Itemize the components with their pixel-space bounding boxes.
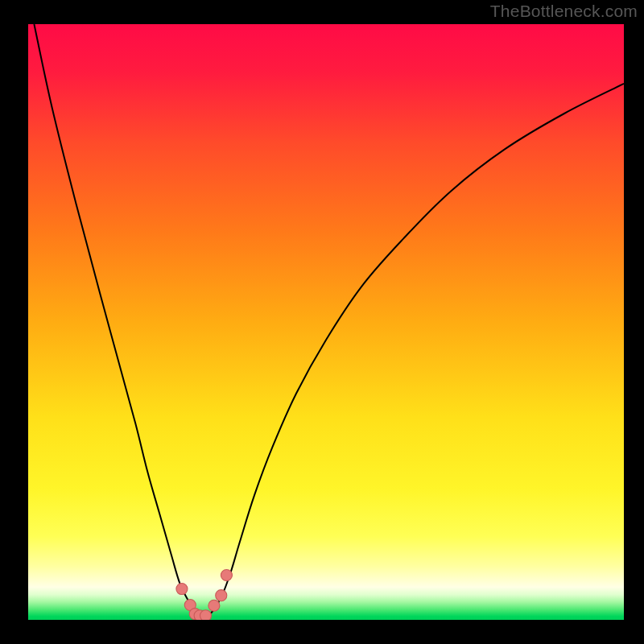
curve-layer bbox=[28, 24, 624, 620]
attribution-text: TheBottleneck.com bbox=[490, 2, 638, 21]
highlight-point bbox=[200, 610, 211, 620]
chart-frame: TheBottleneck.com bbox=[0, 0, 644, 644]
highlight-point bbox=[216, 590, 227, 601]
highlight-point bbox=[176, 583, 188, 594]
plot-area bbox=[28, 24, 624, 620]
highlight-point bbox=[221, 569, 232, 580]
bottleneck-curve bbox=[34, 24, 624, 617]
highlight-point bbox=[208, 600, 220, 611]
